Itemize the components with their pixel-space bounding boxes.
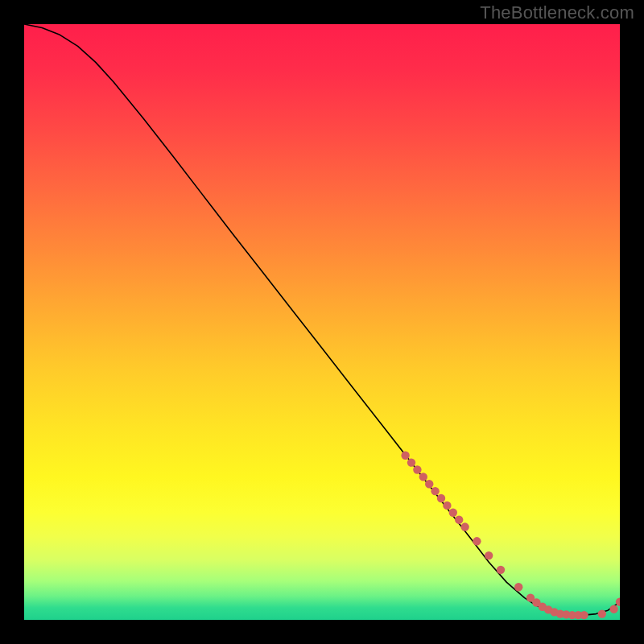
plot-overlay-svg [24, 24, 620, 620]
highlight-point [460, 522, 469, 530]
highlight-point [473, 537, 481, 545]
bottleneck-curve [24, 24, 620, 615]
highlight-point [580, 611, 588, 619]
plot-area [24, 24, 620, 620]
highlight-point [598, 609, 606, 617]
highlight-point [514, 583, 522, 591]
highlight-point [401, 452, 409, 460]
highlight-point [609, 605, 617, 613]
chart-stage: TheBottleneck.com [0, 0, 644, 644]
highlight-point [419, 473, 427, 481]
highlight-point [449, 509, 457, 517]
watermark-text: TheBottleneck.com [480, 2, 634, 23]
highlight-point [485, 551, 493, 559]
highlight-point [455, 515, 463, 523]
highlight-point [407, 458, 415, 466]
highlight-point [443, 502, 451, 510]
highlight-point [437, 494, 445, 502]
highlight-point [413, 465, 421, 473]
highlight-point [431, 487, 439, 495]
highlight-points-group [401, 452, 620, 620]
highlight-point [425, 480, 433, 488]
highlight-point [497, 566, 505, 574]
